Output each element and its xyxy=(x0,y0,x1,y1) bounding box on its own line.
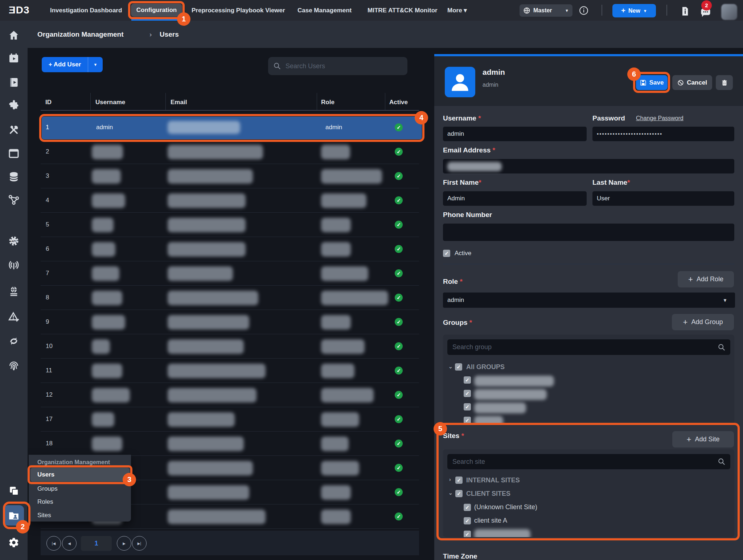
utilities-icon[interactable] xyxy=(0,124,28,135)
role-label: Role * xyxy=(443,278,463,286)
column-header-role[interactable]: Role xyxy=(321,95,334,110)
column-header-email[interactable]: Email xyxy=(171,95,187,110)
last-name-label: Last Name* xyxy=(592,179,630,187)
cell-id: 4 xyxy=(46,188,49,212)
group-checkbox[interactable]: ✓ xyxy=(464,403,471,410)
menu-item-sites[interactable]: Sites xyxy=(37,510,51,521)
role-select[interactable]: admin xyxy=(443,293,735,308)
avatar[interactable] xyxy=(721,4,737,20)
nav-tab-investigation-dashboard[interactable]: Investigation Dashboard xyxy=(50,0,122,21)
link-analysis-icon[interactable] xyxy=(0,194,28,205)
nav-tab-more[interactable]: More ▾ xyxy=(447,0,467,21)
add-user-button[interactable]: + Add User ▼ xyxy=(42,57,103,72)
cell-role-redacted xyxy=(321,266,368,281)
column-separator xyxy=(385,93,385,110)
cell-role-redacted xyxy=(321,510,351,524)
user-row-11[interactable]: 11✓ xyxy=(41,359,419,383)
active-check-icon: ✓ xyxy=(395,148,403,156)
menu-item-roles[interactable]: Roles xyxy=(37,496,53,507)
settings-icon[interactable] xyxy=(0,537,28,548)
copy-icon[interactable] xyxy=(0,485,28,496)
release-notes-icon[interactable] xyxy=(680,6,690,16)
search-icon xyxy=(273,62,281,70)
connections-icon[interactable] xyxy=(0,259,28,271)
nav-tab-case-management[interactable]: Case Management xyxy=(297,0,352,21)
next-page-button[interactable]: ▶ xyxy=(117,536,131,551)
cell-role-redacted xyxy=(321,145,350,159)
cell-role-redacted xyxy=(321,437,349,451)
user-row-12[interactable]: 12✓ xyxy=(41,383,419,407)
header-underline xyxy=(41,110,419,111)
add-user-dropdown[interactable]: ▼ xyxy=(88,57,103,72)
integrations-icon[interactable] xyxy=(0,99,28,111)
first-page-button[interactable]: |◀ xyxy=(46,536,61,551)
user-row-7[interactable]: 7✓ xyxy=(41,261,419,286)
add-group-button[interactable]: +Add Group xyxy=(672,314,734,330)
active-check-icon: ✓ xyxy=(395,488,403,496)
add-role-button[interactable]: +Add Role xyxy=(678,271,734,287)
events-icon[interactable] xyxy=(0,148,28,159)
user-row-17[interactable]: 17✓ xyxy=(41,407,419,432)
playbook-icon[interactable] xyxy=(0,77,28,88)
group-search-input[interactable]: Search group xyxy=(447,339,730,355)
active-check-icon: ✓ xyxy=(395,391,403,399)
search-users-input[interactable]: Search Users xyxy=(268,57,407,75)
chevron-down-icon[interactable]: ⌄ xyxy=(448,364,453,369)
cell-id: 10 xyxy=(46,334,53,358)
user-row-2[interactable]: 2✓ xyxy=(41,140,419,164)
cell-email-redacted xyxy=(168,218,246,232)
active-check-icon: ✓ xyxy=(395,196,403,204)
change-password-link[interactable]: Change Password xyxy=(636,115,684,122)
prev-page-button[interactable]: ◀ xyxy=(62,536,77,551)
username-field[interactable]: admin xyxy=(443,127,587,141)
column-header-active[interactable]: Active xyxy=(389,95,408,110)
info-icon[interactable] xyxy=(579,6,588,15)
breadcrumb-current[interactable]: Users xyxy=(160,21,179,48)
home-icon[interactable] xyxy=(0,29,28,41)
cell-id: 5 xyxy=(46,213,49,237)
cell-email-redacted xyxy=(168,437,244,451)
active-checkbox[interactable]: ✓ xyxy=(443,250,450,257)
nav-tab-preprocessing-playbook-viewer[interactable]: Preprocessing Playbook Viewer xyxy=(192,0,285,21)
breadcrumb-parent[interactable]: Organization Management xyxy=(37,21,124,48)
column-header-username[interactable]: Username xyxy=(95,95,125,110)
user-row-18[interactable]: 18✓ xyxy=(41,432,419,456)
group-checkbox[interactable]: ✓ xyxy=(464,390,471,397)
new-button[interactable]: + New ▼ xyxy=(612,4,656,17)
delete-button[interactable] xyxy=(716,75,733,90)
group-checkbox[interactable]: ✓ xyxy=(464,376,471,384)
calendar-play-icon[interactable] xyxy=(0,52,28,64)
menu-item-groups[interactable]: Groups xyxy=(37,483,58,494)
user-row-5[interactable]: 5✓ xyxy=(41,213,419,237)
user-row-10[interactable]: 10✓ xyxy=(41,334,419,359)
org-management-menu: Organization Management Users Groups Rol… xyxy=(29,455,131,522)
user-row-8[interactable]: 8✓ xyxy=(41,286,419,310)
nav-tab-mitre-att-ck-monitor[interactable]: MITRE ATT&CK Monitor xyxy=(368,0,438,21)
user-row-3[interactable]: 3✓ xyxy=(41,164,419,188)
first-name-field[interactable]: Admin xyxy=(443,191,587,206)
user-row-6[interactable]: 6✓ xyxy=(41,237,419,261)
phone-field[interactable] xyxy=(443,224,734,241)
column-header-id[interactable]: ID xyxy=(45,95,52,110)
column-separator xyxy=(165,93,166,110)
api-icon[interactable]: API xyxy=(0,235,28,247)
email-value-redacted xyxy=(447,162,502,171)
cell-role-redacted xyxy=(321,218,351,232)
last-page-button[interactable]: ▶| xyxy=(132,536,147,551)
last-name-field[interactable]: User xyxy=(592,191,734,206)
chevron-down-icon: ▼ xyxy=(565,8,569,13)
cancel-button[interactable]: Cancel xyxy=(672,75,712,90)
user-row-9[interactable]: 9✓ xyxy=(41,310,419,334)
sync-icon[interactable] xyxy=(0,335,28,347)
cell-username-redacted xyxy=(92,291,122,305)
user-row-4[interactable]: 4✓ xyxy=(41,188,419,213)
data-icon[interactable] xyxy=(0,171,28,183)
incident-edit-icon[interactable] xyxy=(0,311,28,322)
fingerprint-icon[interactable] xyxy=(0,360,28,372)
cell-role-redacted xyxy=(321,169,382,184)
all-groups-checkbox[interactable]: ✓ xyxy=(455,363,462,371)
active-check-icon: ✓ xyxy=(395,294,403,302)
password-field[interactable]: ••••••••••••••••••••••••• xyxy=(592,127,734,141)
master-scope-dropdown[interactable]: Master ▼ xyxy=(520,4,572,17)
web-icon[interactable] xyxy=(0,285,28,297)
